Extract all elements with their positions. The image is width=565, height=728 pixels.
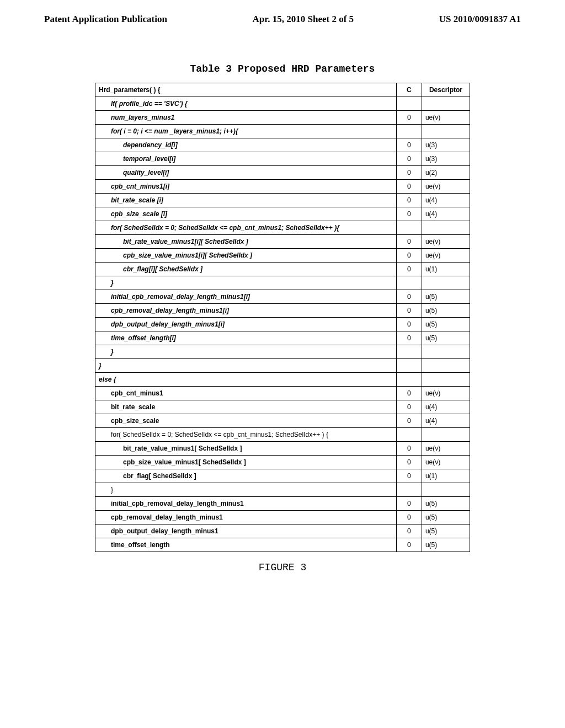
table-row: bit_rate_value_minus1[ SchedSelIdx ]0ue(… (95, 442, 470, 456)
row-descriptor: u(5) (422, 304, 470, 318)
row-descriptor: ue(v) (422, 456, 470, 469)
row-text: else { (95, 373, 397, 387)
row-descriptor (422, 428, 470, 442)
row-descriptor: ue(v) (422, 387, 470, 400)
row-text: time_offset_length[i] (95, 331, 397, 345)
table-row: } (95, 276, 470, 290)
row-category (396, 428, 422, 442)
row-category: 0 (396, 249, 422, 263)
row-category: 0 (396, 304, 422, 318)
row-text: dpb_output_delay_length_minus1[i] (95, 318, 397, 331)
row-descriptor: u(5) (422, 524, 470, 538)
table-row: cpb_removal_delay_length_minus10u(5) (95, 511, 470, 524)
table-row: cpb_cnt_minus10ue(v) (95, 387, 470, 400)
table-row: time_offset_length[i]0u(5) (95, 331, 470, 345)
table-row: cbr_flag[ SchedSelIdx ]0u(1) (95, 469, 470, 483)
row-category: 0 (396, 263, 422, 276)
row-category (396, 125, 422, 138)
header-center: Apr. 15, 2010 Sheet 2 of 5 (253, 14, 354, 25)
table-row: cpb_cnt_minus1[i]0ue(v) (95, 180, 470, 194)
row-category (396, 359, 422, 373)
row-descriptor: u(1) (422, 469, 470, 483)
row-category: 0 (396, 290, 422, 304)
table-row: dpb_output_delay_length_minus1[i]0u(5) (95, 318, 470, 331)
row-text: bit_rate_scale [i] (95, 194, 397, 207)
row-text: dependency_id[i] (95, 138, 397, 152)
row-descriptor (422, 359, 470, 373)
row-text: for( SchedSelIdx = 0; SchedSelIdx <= cpb… (95, 428, 397, 442)
table-body: If( profile_idc == 'SVC') {num_layers_mi… (95, 97, 470, 552)
row-descriptor: ue(v) (422, 442, 470, 456)
row-category: 0 (396, 318, 422, 331)
row-category: 0 (396, 511, 422, 524)
table-row: for( SchedSelIdx = 0; SchedSelIdx <= cpb… (95, 221, 470, 235)
row-descriptor: u(5) (422, 497, 470, 511)
table-row: bit_rate_scale0u(4) (95, 400, 470, 414)
table-row: quality_level[i]0u(2) (95, 166, 470, 180)
row-text: initial_cpb_removal_delay_length_minus1 (95, 497, 397, 511)
row-text: cpb_removal_delay_length_minus1 (95, 511, 397, 524)
row-descriptor: ue(v) (422, 180, 470, 194)
table-row: cpb_size_scale [i]0u(4) (95, 207, 470, 221)
row-descriptor (422, 345, 470, 359)
row-descriptor (422, 373, 470, 387)
row-text: } (95, 276, 397, 290)
row-text: time_offset_length (95, 538, 397, 552)
row-category (396, 373, 422, 387)
row-category: 0 (396, 180, 422, 194)
row-category (396, 483, 422, 497)
table-row: initial_cpb_removal_delay_length_minus1[… (95, 290, 470, 304)
row-descriptor (422, 276, 470, 290)
table-row: dpb_output_delay_length_minus10u(5) (95, 524, 470, 538)
row-category: 0 (396, 207, 422, 221)
row-text: initial_cpb_removal_delay_length_minus1[… (95, 290, 397, 304)
row-category: 0 (396, 456, 422, 469)
hrd-parameters-table: Hrd_parameters( ) { C Descriptor If( pro… (95, 83, 470, 552)
row-text: for( SchedSelIdx = 0; SchedSelIdx <= cpb… (95, 221, 397, 235)
row-descriptor: ue(v) (422, 249, 470, 263)
row-category (396, 276, 422, 290)
row-text: dpb_output_delay_length_minus1 (95, 524, 397, 538)
row-category: 0 (396, 194, 422, 207)
table-row: cbr_flag[i][ SchedSelIdx ]0u(1) (95, 263, 470, 276)
row-text: cbr_flag[i][ SchedSelIdx ] (95, 263, 397, 276)
header-col-descriptor: Descriptor (422, 83, 470, 97)
row-text: cbr_flag[ SchedSelIdx ] (95, 469, 397, 483)
row-text: bit_rate_scale (95, 400, 397, 414)
row-category: 0 (396, 524, 422, 538)
table-row: If( profile_idc == 'SVC') { (95, 97, 470, 111)
row-descriptor: u(4) (422, 207, 470, 221)
row-text: cpb_size_scale [i] (95, 207, 397, 221)
table-row: bit_rate_scale [i]0u(4) (95, 194, 470, 207)
row-descriptor: u(4) (422, 414, 470, 428)
row-text: cpb_cnt_minus1[i] (95, 180, 397, 194)
row-descriptor: ue(v) (422, 235, 470, 249)
header-col-text: Hrd_parameters( ) { (95, 83, 397, 97)
row-descriptor: u(2) (422, 166, 470, 180)
table-wrapper: Hrd_parameters( ) { C Descriptor If( pro… (95, 83, 470, 552)
row-category: 0 (396, 166, 422, 180)
row-descriptor: u(1) (422, 263, 470, 276)
row-category: 0 (396, 235, 422, 249)
row-category: 0 (396, 400, 422, 414)
row-descriptor: u(5) (422, 331, 470, 345)
page-header: Patent Application Publication Apr. 15, … (0, 0, 565, 25)
row-category: 0 (396, 111, 422, 125)
table-title: Table 3 Proposed HRD Parameters (0, 63, 565, 74)
row-text: bit_rate_value_minus1[i][ SchedSelIdx ] (95, 235, 397, 249)
row-category (396, 221, 422, 235)
row-text: cpb_size_scale (95, 414, 397, 428)
table-row: cpb_size_value_minus1[i][ SchedSelIdx ]0… (95, 249, 470, 263)
row-descriptor: ue(v) (422, 111, 470, 125)
row-text: cpb_size_value_minus1[ SchedSelIdx ] (95, 456, 397, 469)
row-text: for( i = 0; i <= num _layers_minus1; i++… (95, 125, 397, 138)
row-text: If( profile_idc == 'SVC') { (95, 97, 397, 111)
row-descriptor (422, 221, 470, 235)
header-right: US 2010/0091837 A1 (439, 14, 521, 25)
row-text: temporal_level[i] (95, 152, 397, 166)
row-text: num_layers_minus1 (95, 111, 397, 125)
row-category: 0 (396, 414, 422, 428)
row-descriptor: u(3) (422, 152, 470, 166)
table-row: bit_rate_value_minus1[i][ SchedSelIdx ]0… (95, 235, 470, 249)
table-row: } (95, 483, 470, 497)
